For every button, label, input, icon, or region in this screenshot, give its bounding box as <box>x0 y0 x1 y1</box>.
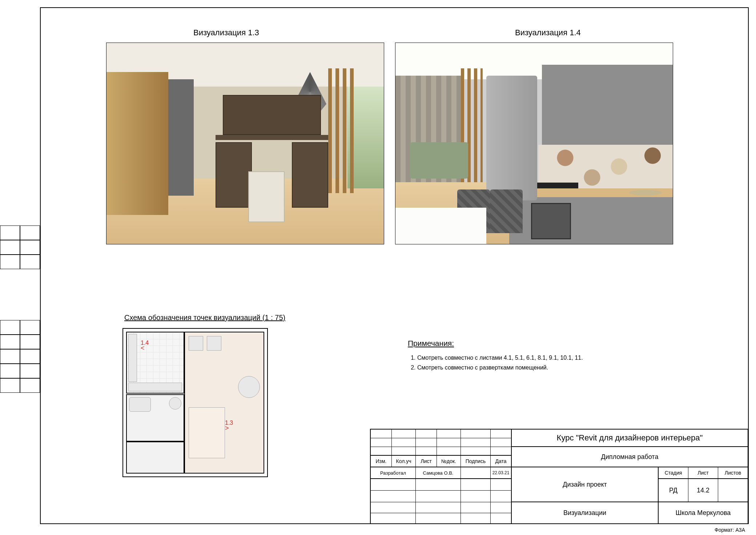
render-image-1 <box>106 43 384 244</box>
tb-hdr-koluch: Кол.уч <box>392 456 416 467</box>
visualization-title-1: Визуализация 1.3 <box>193 28 259 37</box>
tb-hdr-podpis: Подпись <box>461 456 491 467</box>
floor-plan: 1.4< 1.3> <box>122 328 268 477</box>
notes-heading: Примечания: <box>408 339 583 348</box>
tb-sheet-hdr: Лист <box>688 467 718 479</box>
tb-hdr-data: Дата <box>491 456 512 467</box>
tb-date: 22.03.21 <box>491 467 512 479</box>
tb-stage-hdr: Стадия <box>659 467 688 479</box>
tb-hdr-ndok: №док. <box>437 456 461 467</box>
tb-author: Самцова О.В. <box>416 467 461 479</box>
note-item: Смотреть совместно с развертками помещен… <box>417 363 583 372</box>
tb-stage: РД <box>659 479 688 502</box>
format-label: Формат: A3A <box>715 527 745 533</box>
note-item: Смотреть совместно с листами 4.1, 5.1, 6… <box>417 353 583 363</box>
tb-project-title: Курс "Revit для дизайнеров интерьера" <box>512 430 748 447</box>
tb-hdr-list: Лист <box>416 456 437 467</box>
notes: Примечания: Смотреть совместно с листами… <box>408 339 583 372</box>
tb-drawing-title: Дизайн проект <box>512 467 659 502</box>
sheet-border: Визуализация 1.3 Визуализация 1.4 <box>40 7 749 524</box>
scheme-title: Схема обозначения точек визуализаций (1 … <box>124 314 285 322</box>
tb-sheet-content: Визуализации <box>512 502 659 524</box>
camera-marker-1.3: 1.3> <box>225 420 233 430</box>
render-image-2 <box>395 43 673 244</box>
tb-hdr-izm: Изм. <box>371 456 392 467</box>
tb-razrab: Разработал <box>371 467 416 479</box>
tb-school: Школа Меркулова <box>659 502 748 524</box>
tb-sheets-hdr: Листов <box>718 467 748 479</box>
tb-sheet-no: 14.2 <box>688 479 718 502</box>
camera-marker-1.4: 1.4< <box>141 340 149 350</box>
tb-project-sub: Дипломная работа <box>512 447 748 467</box>
visualization-title-2: Визуализация 1.4 <box>515 28 581 37</box>
title-block: Изм. Кол.уч Лист №док. Подпись Дата Разр… <box>370 429 748 523</box>
